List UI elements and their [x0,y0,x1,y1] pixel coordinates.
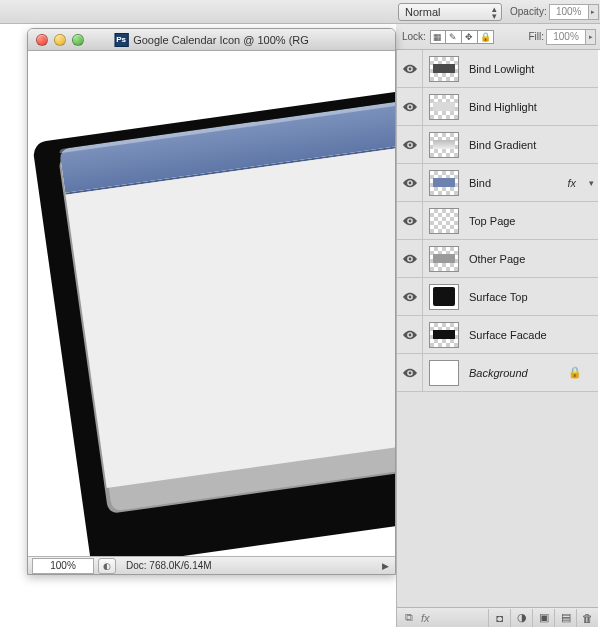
artwork [32,82,395,556]
layer-row[interactable]: Bind Gradient [397,126,598,164]
fill-label: Fill: [528,31,544,42]
svg-point-7 [408,333,411,336]
link-layers-icon[interactable]: ⧉ [405,611,413,624]
svg-point-0 [408,67,411,70]
add-mask-button[interactable]: ◘ [488,609,510,627]
opacity-popup-arrow[interactable]: ▸ [589,4,599,20]
blend-mode-select[interactable]: Normal ▴▾ [398,3,502,21]
layer-thumbnail[interactable] [429,170,459,196]
opacity-field[interactable]: 100% [549,4,589,20]
layer-thumbnail[interactable] [429,284,459,310]
visibility-toggle[interactable] [397,50,423,87]
layers-panel: Bind LowlightBind HighlightBind Gradient… [396,50,598,607]
lock-label: Lock: [402,31,426,42]
visibility-toggle[interactable] [397,202,423,239]
visibility-toggle[interactable] [397,126,423,163]
layer-name[interactable]: Surface Facade [469,329,547,341]
adjustment-layer-button[interactable]: ◑ [510,609,532,627]
layer-thumbnail[interactable] [429,246,459,272]
layer-fx-badge[interactable]: fx [567,177,576,189]
layer-row[interactable]: Background🔒 [397,354,598,392]
layer-thumbnail[interactable] [429,322,459,348]
delete-layer-button[interactable]: 🗑 [576,609,598,627]
lock-transparency-button[interactable]: ▦ [430,30,446,44]
options-bar: Normal ▴▾ Opacity: 100% ▸ [0,0,600,24]
svg-point-8 [408,371,411,374]
visibility-toggle[interactable] [397,278,423,315]
layer-name[interactable]: Bind Gradient [469,139,536,151]
visibility-toggle[interactable] [397,316,423,353]
visibility-toggle[interactable] [397,354,423,391]
chevron-down-icon[interactable]: ▾ [589,178,594,188]
layer-thumbnail[interactable] [429,56,459,82]
layer-row[interactable]: Other Page [397,240,598,278]
zoom-field[interactable]: 100% [32,558,94,574]
svg-point-3 [408,181,411,184]
layer-name[interactable]: Bind Lowlight [469,63,534,75]
layers-lock-bar: Lock: ▦ ✎ ✥ 🔒 Fill: 100% ▸ [396,24,600,50]
document-status-bar: 100% ◐ Doc: 768.0K/6.14M ▶ [28,556,395,574]
document-canvas[interactable] [28,51,395,556]
document-title: Ps Google Calendar Icon @ 100% (RG [114,33,309,47]
document-window: Ps Google Calendar Icon @ 100% (RG 100% … [27,28,396,575]
minimize-button[interactable] [54,34,66,46]
fill-popup-arrow[interactable]: ▸ [586,29,596,45]
new-group-button[interactable]: ▣ [532,609,554,627]
layer-row[interactable]: Bind Lowlight [397,50,598,88]
fx-icon[interactable]: fx [421,612,430,624]
zoom-value: 100% [50,560,76,571]
layer-row[interactable]: Surface Top [397,278,598,316]
layer-name[interactable]: Bind Highlight [469,101,537,113]
svg-point-2 [408,143,411,146]
chevron-updown-icon: ▴▾ [492,6,497,20]
svg-point-6 [408,295,411,298]
svg-point-4 [408,219,411,222]
doc-info: Doc: 768.0K/6.14M [126,560,212,571]
lock-all-button[interactable]: 🔒 [478,30,494,44]
status-menu-arrow[interactable]: ▶ [382,561,389,571]
visibility-toggle[interactable] [397,164,423,201]
layer-thumbnail[interactable] [429,208,459,234]
layer-name[interactable]: Top Page [469,215,515,227]
layer-name[interactable]: Bind [469,177,491,189]
lock-pixels-button[interactable]: ✎ [446,30,462,44]
layer-thumbnail[interactable] [429,94,459,120]
lock-icon: 🔒 [568,366,582,379]
svg-point-5 [408,257,411,260]
layers-panel-footer: ⧉ fx ◘ ◑ ▣ ▤ 🗑 [396,607,598,627]
layer-row[interactable]: Surface Facade [397,316,598,354]
document-title-text: Google Calendar Icon @ 100% (RG [133,34,309,46]
window-titlebar[interactable]: Ps Google Calendar Icon @ 100% (RG [28,29,395,51]
layer-thumbnail[interactable] [429,132,459,158]
lock-buttons: ▦ ✎ ✥ 🔒 [430,30,494,44]
layer-row[interactable]: Bindfx▾ [397,164,598,202]
layer-thumbnail[interactable] [429,360,459,386]
layer-name[interactable]: Surface Top [469,291,528,303]
layer-row[interactable]: Bind Highlight [397,88,598,126]
lock-position-button[interactable]: ✥ [462,30,478,44]
new-layer-button[interactable]: ▤ [554,609,576,627]
svg-point-1 [408,105,411,108]
opacity-label: Opacity: [510,6,547,17]
zoom-button[interactable] [72,34,84,46]
blend-mode-value: Normal [405,6,440,18]
visibility-toggle[interactable] [397,88,423,125]
layer-name[interactable]: Other Page [469,253,525,265]
visibility-toggle[interactable] [397,240,423,277]
layer-name[interactable]: Background [469,367,528,379]
fill-field[interactable]: 100% [546,29,586,45]
photoshop-icon: Ps [114,33,128,47]
status-disclosure-icon[interactable]: ◐ [98,558,116,574]
layer-row[interactable]: Top Page [397,202,598,240]
close-button[interactable] [36,34,48,46]
